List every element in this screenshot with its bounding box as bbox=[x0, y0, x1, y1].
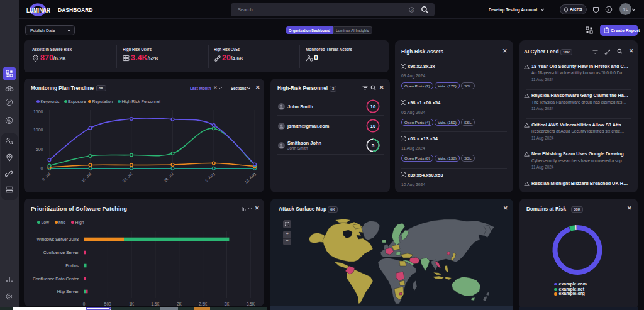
svg-text:500: 500 bbox=[104, 302, 111, 306]
svg-text:AI Cyber Feed: AI Cyber Feed bbox=[524, 48, 559, 55]
svg-text:Fortios: Fortios bbox=[65, 263, 79, 268]
svg-text:1000: 1000 bbox=[33, 128, 43, 132]
svg-text:15. Jul: 15. Jul bbox=[80, 171, 92, 183]
svg-text:29. Jul: 29. Jul bbox=[163, 171, 175, 183]
svg-text:8. Jul: 8. Jul bbox=[41, 171, 51, 181]
svg-text:Develop Testing Account: Develop Testing Account bbox=[489, 7, 538, 13]
svg-text:High Risk Users: High Risk Users bbox=[123, 47, 152, 52]
svg-text:500: 500 bbox=[36, 147, 43, 152]
svg-text:2K: 2K bbox=[177, 302, 182, 306]
svg-text:Assets in Severe Risk: Assets in Severe Risk bbox=[32, 47, 72, 52]
svg-text:2.5K: 2.5K bbox=[199, 302, 208, 306]
svg-text:High-Risk Personnel: High-Risk Personnel bbox=[277, 84, 328, 91]
svg-text:Http Server: Http Server bbox=[57, 289, 79, 294]
svg-text:Confluence Data Center: Confluence Data Center bbox=[33, 277, 79, 281]
svg-text:High-Risk Assets: High-Risk Assets bbox=[401, 48, 443, 55]
svg-text:1K: 1K bbox=[129, 302, 135, 306]
svg-text:22. Jul: 22. Jul bbox=[121, 171, 133, 183]
svg-text:Luminar AI Insights: Luminar AI Insights bbox=[336, 28, 369, 33]
svg-text:1.5K: 1.5K bbox=[151, 302, 160, 306]
svg-text:Windows Server 2008: Windows Server 2008 bbox=[37, 237, 79, 241]
svg-text:5. Aug: 5. Aug bbox=[204, 171, 216, 183]
svg-text:Confluence Server: Confluence Server bbox=[43, 250, 79, 255]
svg-text:12. Aug: 12. Aug bbox=[243, 171, 257, 185]
svg-text:High Risk CVEs: High Risk CVEs bbox=[214, 47, 240, 52]
svg-text:0: 0 bbox=[83, 302, 86, 306]
svg-text:0: 0 bbox=[41, 166, 43, 170]
svg-text:3K: 3K bbox=[225, 302, 230, 306]
svg-text:1500: 1500 bbox=[33, 109, 43, 114]
svg-text:Monitored Threat Actors: Monitored Threat Actors bbox=[306, 47, 352, 52]
svg-text:?: ? bbox=[411, 8, 413, 12]
svg-text:DASHBOARD: DASHBOARD bbox=[58, 6, 93, 13]
svg-text:LUMINAR: LUMINAR bbox=[26, 6, 50, 14]
svg-text:Organization Dashboard: Organization Dashboard bbox=[289, 28, 330, 33]
svg-text:3.5K: 3.5K bbox=[247, 302, 255, 306]
